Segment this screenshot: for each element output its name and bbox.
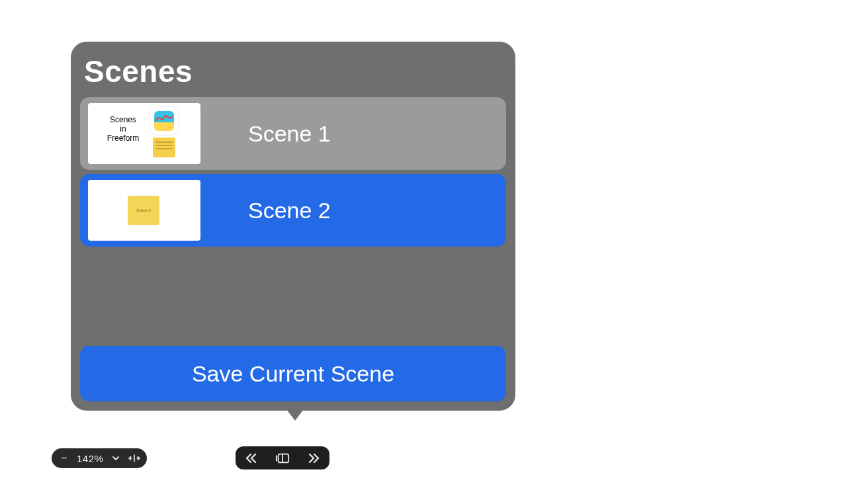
next-scene-button[interactable] — [307, 451, 322, 466]
scene-navigator — [236, 446, 329, 469]
scene-thumbnail-2: Scene 2 — [88, 180, 200, 241]
scenes-panel-button[interactable] — [275, 451, 290, 466]
zoom-menu-chevron-icon[interactable] — [110, 452, 122, 464]
save-current-scene-button[interactable]: Save Current Scene — [80, 346, 506, 401]
zoom-level-value[interactable]: 142% — [77, 453, 103, 464]
previous-scene-button[interactable] — [243, 451, 258, 466]
scene-row-label: Scene 2 — [248, 198, 331, 224]
zoom-out-button[interactable]: − — [58, 452, 70, 464]
scenes-popover: Scenes Scenes in Freeform Scene 1 — [71, 42, 515, 411]
scene-row-label: Scene 1 — [248, 121, 331, 147]
zoom-fit-width-icon[interactable] — [128, 452, 140, 464]
scene-row-2[interactable]: Scene 2 Scene 2 — [80, 174, 506, 247]
zoom-control: − 142% — [52, 448, 147, 468]
sticky-note-icon — [153, 138, 175, 157]
freeform-app-icon — [150, 107, 178, 135]
scenes-popover-title: Scenes — [84, 54, 506, 89]
scene-list: Scenes in Freeform Scene 1 Scene 2 — [80, 97, 506, 247]
svg-rect-0 — [279, 454, 289, 462]
scene-thumbnail-1: Scenes in Freeform — [88, 103, 200, 164]
popover-tail — [286, 409, 304, 421]
scene-thumbnail-1-text: Scenes in Freeform — [100, 115, 146, 143]
save-current-scene-label: Save Current Scene — [192, 361, 394, 387]
sticky-note-icon: Scene 2 — [128, 196, 159, 225]
scene-row-1[interactable]: Scenes in Freeform Scene 1 — [80, 97, 506, 170]
